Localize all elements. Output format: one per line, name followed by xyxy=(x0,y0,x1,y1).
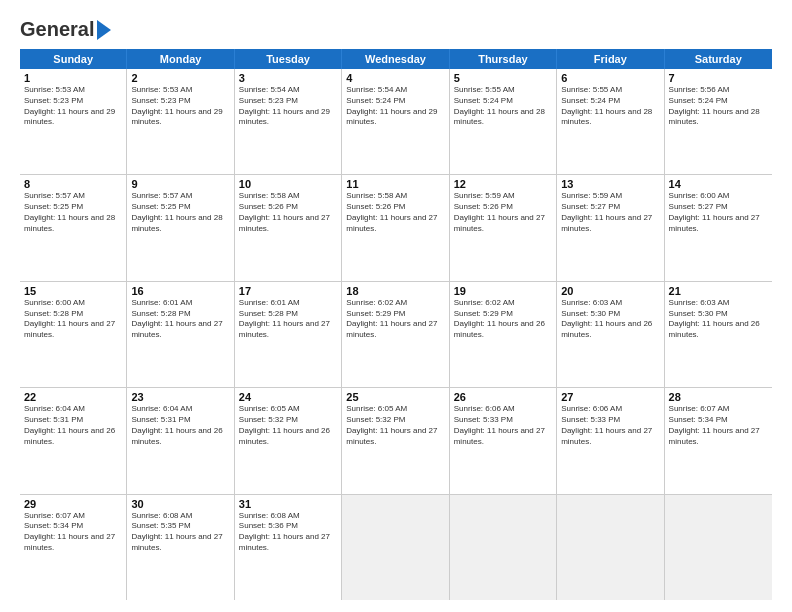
day-info: Sunrise: 6:00 AMSunset: 5:28 PMDaylight:… xyxy=(24,298,122,341)
day-info: Sunrise: 6:04 AMSunset: 5:31 PMDaylight:… xyxy=(24,404,122,447)
day-number: 29 xyxy=(24,498,122,510)
day-info: Sunrise: 6:02 AMSunset: 5:29 PMDaylight:… xyxy=(346,298,444,341)
logo: General xyxy=(20,18,111,39)
day-number: 9 xyxy=(131,178,229,190)
day-cell-8: 8Sunrise: 5:57 AMSunset: 5:25 PMDaylight… xyxy=(20,175,127,280)
day-info: Sunrise: 6:08 AMSunset: 5:35 PMDaylight:… xyxy=(131,511,229,554)
day-number: 31 xyxy=(239,498,337,510)
day-number: 2 xyxy=(131,72,229,84)
day-info: Sunrise: 6:03 AMSunset: 5:30 PMDaylight:… xyxy=(669,298,768,341)
day-cell-4: 4Sunrise: 5:54 AMSunset: 5:24 PMDaylight… xyxy=(342,69,449,174)
empty-cell xyxy=(665,495,772,600)
day-cell-19: 19Sunrise: 6:02 AMSunset: 5:29 PMDayligh… xyxy=(450,282,557,387)
day-number: 23 xyxy=(131,391,229,403)
weekday-header-saturday: Saturday xyxy=(665,49,772,69)
day-cell-25: 25Sunrise: 6:05 AMSunset: 5:32 PMDayligh… xyxy=(342,388,449,493)
day-info: Sunrise: 6:04 AMSunset: 5:31 PMDaylight:… xyxy=(131,404,229,447)
day-number: 7 xyxy=(669,72,768,84)
weekday-header-sunday: Sunday xyxy=(20,49,127,69)
day-number: 25 xyxy=(346,391,444,403)
day-number: 8 xyxy=(24,178,122,190)
day-cell-23: 23Sunrise: 6:04 AMSunset: 5:31 PMDayligh… xyxy=(127,388,234,493)
calendar-header: SundayMondayTuesdayWednesdayThursdayFrid… xyxy=(20,49,772,69)
logo-general: General xyxy=(20,18,94,41)
day-number: 20 xyxy=(561,285,659,297)
empty-cell xyxy=(342,495,449,600)
day-number: 3 xyxy=(239,72,337,84)
day-info: Sunrise: 6:08 AMSunset: 5:36 PMDaylight:… xyxy=(239,511,337,554)
day-cell-27: 27Sunrise: 6:06 AMSunset: 5:33 PMDayligh… xyxy=(557,388,664,493)
header: General xyxy=(20,18,772,39)
day-number: 19 xyxy=(454,285,552,297)
calendar: SundayMondayTuesdayWednesdayThursdayFrid… xyxy=(20,49,772,600)
day-cell-7: 7Sunrise: 5:56 AMSunset: 5:24 PMDaylight… xyxy=(665,69,772,174)
day-info: Sunrise: 5:55 AMSunset: 5:24 PMDaylight:… xyxy=(454,85,552,128)
empty-cell xyxy=(450,495,557,600)
day-cell-26: 26Sunrise: 6:06 AMSunset: 5:33 PMDayligh… xyxy=(450,388,557,493)
day-info: Sunrise: 5:57 AMSunset: 5:25 PMDaylight:… xyxy=(24,191,122,234)
day-info: Sunrise: 5:59 AMSunset: 5:27 PMDaylight:… xyxy=(561,191,659,234)
day-number: 6 xyxy=(561,72,659,84)
day-number: 14 xyxy=(669,178,768,190)
calendar-row-2: 8Sunrise: 5:57 AMSunset: 5:25 PMDaylight… xyxy=(20,175,772,281)
day-cell-28: 28Sunrise: 6:07 AMSunset: 5:34 PMDayligh… xyxy=(665,388,772,493)
day-cell-13: 13Sunrise: 5:59 AMSunset: 5:27 PMDayligh… xyxy=(557,175,664,280)
day-cell-5: 5Sunrise: 5:55 AMSunset: 5:24 PMDaylight… xyxy=(450,69,557,174)
day-info: Sunrise: 6:01 AMSunset: 5:28 PMDaylight:… xyxy=(239,298,337,341)
day-cell-6: 6Sunrise: 5:55 AMSunset: 5:24 PMDaylight… xyxy=(557,69,664,174)
day-info: Sunrise: 5:56 AMSunset: 5:24 PMDaylight:… xyxy=(669,85,768,128)
logo-arrow-icon xyxy=(97,20,111,40)
day-cell-16: 16Sunrise: 6:01 AMSunset: 5:28 PMDayligh… xyxy=(127,282,234,387)
day-number: 28 xyxy=(669,391,768,403)
page: General SundayMondayTuesdayWednesdayThur… xyxy=(0,0,792,612)
day-cell-31: 31Sunrise: 6:08 AMSunset: 5:36 PMDayligh… xyxy=(235,495,342,600)
day-info: Sunrise: 6:03 AMSunset: 5:30 PMDaylight:… xyxy=(561,298,659,341)
day-info: Sunrise: 6:05 AMSunset: 5:32 PMDaylight:… xyxy=(346,404,444,447)
day-info: Sunrise: 5:58 AMSunset: 5:26 PMDaylight:… xyxy=(346,191,444,234)
day-number: 10 xyxy=(239,178,337,190)
day-info: Sunrise: 6:07 AMSunset: 5:34 PMDaylight:… xyxy=(24,511,122,554)
calendar-body: 1Sunrise: 5:53 AMSunset: 5:23 PMDaylight… xyxy=(20,69,772,600)
day-cell-3: 3Sunrise: 5:54 AMSunset: 5:23 PMDaylight… xyxy=(235,69,342,174)
day-cell-20: 20Sunrise: 6:03 AMSunset: 5:30 PMDayligh… xyxy=(557,282,664,387)
day-info: Sunrise: 5:54 AMSunset: 5:23 PMDaylight:… xyxy=(239,85,337,128)
day-info: Sunrise: 6:01 AMSunset: 5:28 PMDaylight:… xyxy=(131,298,229,341)
calendar-row-1: 1Sunrise: 5:53 AMSunset: 5:23 PMDaylight… xyxy=(20,69,772,175)
calendar-row-3: 15Sunrise: 6:00 AMSunset: 5:28 PMDayligh… xyxy=(20,282,772,388)
day-info: Sunrise: 6:07 AMSunset: 5:34 PMDaylight:… xyxy=(669,404,768,447)
weekday-header-wednesday: Wednesday xyxy=(342,49,449,69)
day-cell-14: 14Sunrise: 6:00 AMSunset: 5:27 PMDayligh… xyxy=(665,175,772,280)
day-info: Sunrise: 6:00 AMSunset: 5:27 PMDaylight:… xyxy=(669,191,768,234)
day-info: Sunrise: 5:53 AMSunset: 5:23 PMDaylight:… xyxy=(24,85,122,128)
day-cell-12: 12Sunrise: 5:59 AMSunset: 5:26 PMDayligh… xyxy=(450,175,557,280)
weekday-header-monday: Monday xyxy=(127,49,234,69)
day-number: 17 xyxy=(239,285,337,297)
day-info: Sunrise: 6:06 AMSunset: 5:33 PMDaylight:… xyxy=(561,404,659,447)
day-cell-18: 18Sunrise: 6:02 AMSunset: 5:29 PMDayligh… xyxy=(342,282,449,387)
day-cell-22: 22Sunrise: 6:04 AMSunset: 5:31 PMDayligh… xyxy=(20,388,127,493)
day-cell-11: 11Sunrise: 5:58 AMSunset: 5:26 PMDayligh… xyxy=(342,175,449,280)
day-cell-30: 30Sunrise: 6:08 AMSunset: 5:35 PMDayligh… xyxy=(127,495,234,600)
day-cell-21: 21Sunrise: 6:03 AMSunset: 5:30 PMDayligh… xyxy=(665,282,772,387)
day-number: 11 xyxy=(346,178,444,190)
day-cell-24: 24Sunrise: 6:05 AMSunset: 5:32 PMDayligh… xyxy=(235,388,342,493)
day-number: 4 xyxy=(346,72,444,84)
day-info: Sunrise: 5:54 AMSunset: 5:24 PMDaylight:… xyxy=(346,85,444,128)
day-number: 16 xyxy=(131,285,229,297)
day-number: 22 xyxy=(24,391,122,403)
calendar-row-4: 22Sunrise: 6:04 AMSunset: 5:31 PMDayligh… xyxy=(20,388,772,494)
day-number: 13 xyxy=(561,178,659,190)
calendar-row-5: 29Sunrise: 6:07 AMSunset: 5:34 PMDayligh… xyxy=(20,495,772,600)
weekday-header-tuesday: Tuesday xyxy=(235,49,342,69)
weekday-header-friday: Friday xyxy=(557,49,664,69)
day-number: 27 xyxy=(561,391,659,403)
day-number: 18 xyxy=(346,285,444,297)
day-number: 21 xyxy=(669,285,768,297)
day-info: Sunrise: 6:02 AMSunset: 5:29 PMDaylight:… xyxy=(454,298,552,341)
day-cell-1: 1Sunrise: 5:53 AMSunset: 5:23 PMDaylight… xyxy=(20,69,127,174)
day-number: 24 xyxy=(239,391,337,403)
day-info: Sunrise: 5:58 AMSunset: 5:26 PMDaylight:… xyxy=(239,191,337,234)
day-info: Sunrise: 5:57 AMSunset: 5:25 PMDaylight:… xyxy=(131,191,229,234)
empty-cell xyxy=(557,495,664,600)
day-number: 12 xyxy=(454,178,552,190)
